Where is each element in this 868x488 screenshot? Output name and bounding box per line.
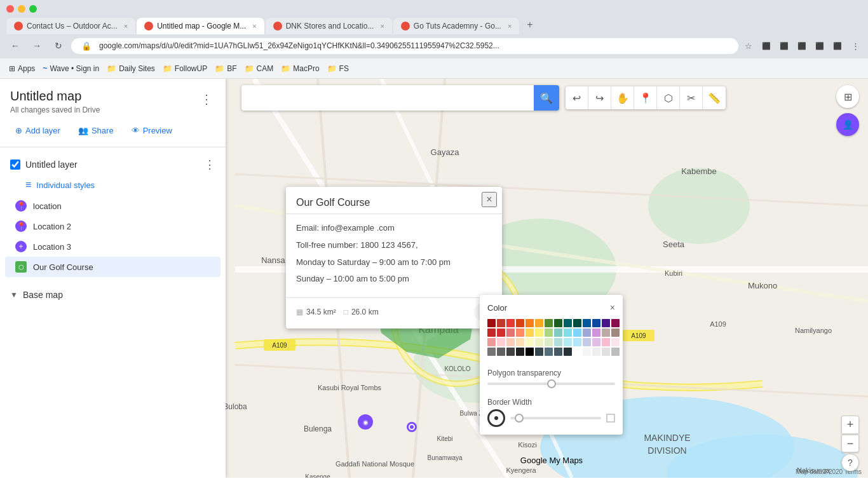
color-swatch[interactable] bbox=[535, 319, 543, 327]
base-map-header[interactable]: ▼ Base map bbox=[5, 285, 220, 305]
bookmark-cam[interactable]: 📁 CAM bbox=[245, 64, 274, 73]
color-swatch[interactable] bbox=[545, 319, 553, 327]
color-swatch[interactable] bbox=[526, 348, 534, 356]
color-swatch[interactable] bbox=[554, 348, 562, 356]
color-swatch[interactable] bbox=[497, 319, 505, 327]
bookmark-fs[interactable]: 📁 FS bbox=[327, 64, 349, 73]
map-search-input[interactable] bbox=[241, 93, 534, 103]
extension-icon-4[interactable]: ⬛ bbox=[813, 39, 826, 52]
reload-button[interactable]: ↻ bbox=[50, 37, 67, 55]
color-swatch[interactable] bbox=[497, 329, 505, 337]
share-button[interactable]: 👥 Share bbox=[71, 122, 121, 139]
tab-close-map[interactable]: × bbox=[252, 22, 256, 30]
bookmark-apps[interactable]: ⊞ Apps bbox=[9, 64, 35, 73]
color-swatch[interactable] bbox=[592, 348, 600, 356]
color-swatch[interactable] bbox=[602, 329, 610, 337]
measure-button[interactable]: 📏 bbox=[703, 86, 726, 109]
color-swatch[interactable] bbox=[545, 338, 553, 346]
traffic-light-yellow[interactable] bbox=[18, 5, 25, 13]
bookmark-followup[interactable]: 📁 FollowUP bbox=[163, 64, 207, 73]
google-apps-icon-button[interactable]: ⊞ bbox=[836, 85, 859, 108]
color-swatch[interactable] bbox=[583, 348, 591, 356]
color-swatch[interactable] bbox=[611, 329, 620, 337]
color-swatch[interactable] bbox=[516, 338, 524, 346]
color-swatch[interactable] bbox=[611, 338, 620, 346]
color-swatch[interactable] bbox=[573, 329, 581, 337]
extension-icon-1[interactable]: ⬛ bbox=[760, 39, 773, 52]
transparency-slider-thumb[interactable] bbox=[547, 379, 556, 388]
color-swatch[interactable] bbox=[497, 338, 505, 346]
traffic-light-red[interactable] bbox=[6, 5, 14, 13]
color-swatch[interactable] bbox=[583, 338, 591, 346]
undo-tool-button[interactable]: ↩ bbox=[566, 86, 588, 109]
color-swatch[interactable] bbox=[573, 348, 581, 356]
layer-checkbox[interactable] bbox=[10, 159, 20, 170]
bookmark-star-icon[interactable]: ☆ bbox=[742, 39, 755, 52]
location-item-0[interactable]: 📍 location bbox=[5, 196, 220, 216]
sidebar-menu-button[interactable]: ⋮ bbox=[198, 89, 215, 109]
extension-icon-5[interactable]: ⬛ bbox=[831, 39, 844, 52]
color-swatch[interactable] bbox=[487, 329, 496, 337]
color-swatch[interactable] bbox=[506, 338, 515, 346]
color-swatch[interactable] bbox=[602, 338, 610, 346]
color-swatch[interactable] bbox=[535, 329, 543, 337]
border-circle-indicator[interactable] bbox=[487, 409, 505, 427]
address-input-bar[interactable]: 🔒 google.com/maps/d/u/0/edit?mid=1UA7hGL… bbox=[71, 38, 738, 54]
tab-close-gotuts[interactable]: × bbox=[508, 22, 512, 30]
color-swatch[interactable] bbox=[506, 319, 515, 327]
location-item-2[interactable]: + Location 3 bbox=[5, 236, 220, 257]
color-swatch[interactable] bbox=[573, 338, 581, 346]
extension-icon-2[interactable]: ⬛ bbox=[778, 39, 790, 52]
zoom-out-button[interactable]: − bbox=[841, 435, 859, 452]
chrome-menu-icon[interactable]: ⋮ bbox=[849, 39, 862, 52]
user-avatar-button[interactable]: 👤 bbox=[836, 113, 859, 136]
popup-close-button[interactable]: × bbox=[482, 192, 497, 207]
color-swatch[interactable] bbox=[506, 329, 515, 337]
color-swatch[interactable] bbox=[564, 319, 572, 327]
draw-line-button[interactable]: ⬡ bbox=[657, 86, 680, 109]
color-swatch[interactable] bbox=[516, 319, 524, 327]
color-swatch[interactable] bbox=[526, 338, 534, 346]
transparency-slider-track[interactable] bbox=[487, 383, 615, 385]
border-width-slider-thumb[interactable] bbox=[515, 414, 524, 423]
help-button[interactable]: ? bbox=[841, 454, 859, 471]
back-button[interactable]: ← bbox=[6, 37, 24, 55]
color-swatch[interactable] bbox=[592, 329, 600, 337]
redo-tool-button[interactable]: ↪ bbox=[588, 86, 611, 109]
color-swatch[interactable] bbox=[592, 338, 600, 346]
color-swatch[interactable] bbox=[611, 348, 620, 356]
color-swatch[interactable] bbox=[573, 319, 581, 327]
border-width-slider-track[interactable] bbox=[510, 417, 601, 419]
color-swatch[interactable] bbox=[554, 338, 562, 346]
color-swatch[interactable] bbox=[487, 348, 496, 356]
color-swatch[interactable] bbox=[583, 319, 591, 327]
color-swatch[interactable] bbox=[602, 319, 610, 327]
map-container[interactable]: A109 A109 A109 Gayaza Kabembe Mukono A10… bbox=[0, 79, 868, 478]
extension-icon-3[interactable]: ⬛ bbox=[796, 39, 808, 52]
color-swatch[interactable] bbox=[583, 329, 591, 337]
color-swatch[interactable] bbox=[564, 348, 572, 356]
color-swatch[interactable] bbox=[526, 319, 534, 327]
tab-untitled-map[interactable]: Untitled map - Google M... × bbox=[137, 18, 264, 34]
color-swatch[interactable] bbox=[564, 329, 572, 337]
tab-contact[interactable]: Contact Us – Outdoor Ac... × bbox=[6, 18, 135, 34]
color-swatch[interactable] bbox=[516, 329, 524, 337]
pan-tool-button[interactable]: ✋ bbox=[611, 86, 634, 109]
tab-gotuts[interactable]: Go Tuts Academny - Go... × bbox=[393, 18, 520, 34]
search-submit-button[interactable]: 🔍 bbox=[534, 85, 559, 111]
color-swatch[interactable] bbox=[487, 338, 496, 346]
tab-close-contact[interactable]: × bbox=[124, 22, 128, 30]
bookmark-macpro[interactable]: 📁 MacPro bbox=[281, 64, 319, 73]
bookmark-wave[interactable]: ~ Wave • Sign in bbox=[43, 64, 99, 73]
color-swatch[interactable] bbox=[554, 319, 562, 327]
color-picker-close-button[interactable]: × bbox=[610, 302, 615, 313]
color-swatch[interactable] bbox=[602, 348, 610, 356]
location-item-1[interactable]: 📍 Location 2 bbox=[5, 216, 220, 236]
layer-style-row[interactable]: ≡ Individual styles bbox=[5, 177, 220, 196]
color-swatch[interactable] bbox=[611, 319, 620, 327]
color-swatch[interactable] bbox=[487, 319, 496, 327]
add-layer-button[interactable]: ⊕ Add layer bbox=[8, 122, 68, 139]
color-swatch[interactable] bbox=[545, 329, 553, 337]
layer-menu-button[interactable]: ⋮ bbox=[204, 158, 215, 172]
traffic-light-green[interactable] bbox=[29, 5, 37, 13]
